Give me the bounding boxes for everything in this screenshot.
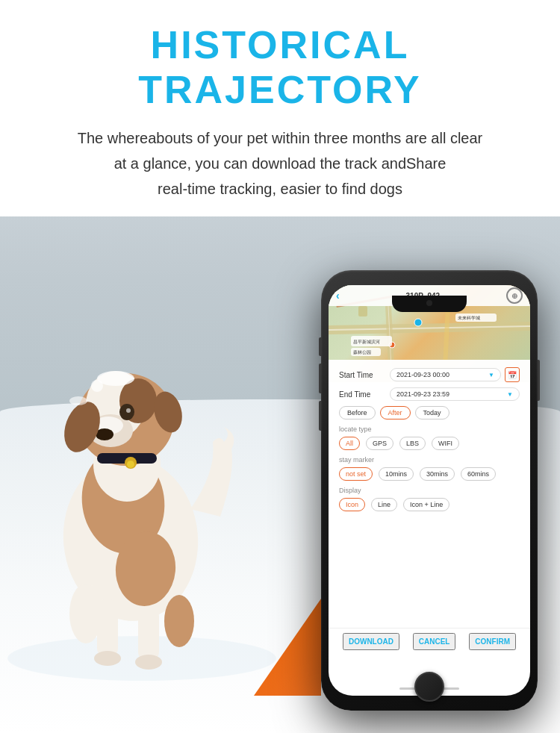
end-time-row: End Time 2021-09-23 23:59 ▼ [339, 387, 520, 401]
start-time-row: Start Time 2021-09-23 00:00 ▼ 📅 [339, 367, 520, 382]
background-scene: ‹ 310P_942 ⊕ [0, 127, 560, 733]
calendar-icon[interactable]: 📅 [505, 367, 520, 382]
start-time-input[interactable]: 2021-09-23 00:00 ▼ [390, 368, 501, 381]
phone-screen: ‹ 310P_942 ⊕ [329, 285, 530, 696]
locate-wifi-button[interactable]: WIFI [432, 437, 459, 450]
svg-point-33 [414, 319, 422, 326]
svg-point-19 [94, 651, 121, 666]
svg-point-23 [164, 595, 194, 647]
svg-point-21 [135, 655, 162, 670]
svg-point-12 [126, 408, 131, 413]
phone-device: ‹ 310P_942 ⊕ [321, 270, 538, 711]
start-time-label: Start Time [339, 371, 390, 379]
locate-gps-button[interactable]: GPS [366, 437, 393, 450]
svg-rect-41 [358, 306, 367, 316]
end-time-label: End Time [339, 390, 390, 399]
stay-10mins-button[interactable]: 10mins [379, 467, 414, 481]
svg-point-26 [69, 396, 87, 405]
page-title: HISTORICAL TRAJECTORY [30, 22, 530, 112]
cancel-button[interactable]: CANCEL [413, 633, 456, 650]
svg-point-22 [69, 584, 102, 643]
phone-outer-shell: ‹ 310P_942 ⊕ [321, 270, 538, 711]
svg-text:森林公园: 森林公园 [353, 350, 371, 355]
locate-type-label: locate type [339, 425, 520, 433]
stay-marker-group: not set 10mins 30mins 60mins [339, 467, 520, 481]
stay-30mins-button[interactable]: 30mins [420, 467, 455, 481]
svg-text:昌平新城滨河: 昌平新城滨河 [353, 339, 380, 344]
display-group: Icon Line Icon + Line [339, 498, 520, 511]
svg-point-27 [127, 461, 134, 468]
display-icon-line-button[interactable]: Icon + Line [403, 498, 449, 511]
download-button[interactable]: DOWNLOAD [343, 633, 399, 650]
panel-actions: DOWNLOAD CANCEL CONFIRM [329, 628, 530, 655]
end-time-input[interactable]: 2021-09-23 23:59 ▼ [390, 387, 520, 401]
before-button[interactable]: Before [339, 406, 376, 419]
stay-notset-button[interactable]: not set [339, 467, 373, 481]
locate-type-group: All GPS LBS WIFI [339, 437, 520, 450]
end-time-arrow: ▼ [507, 391, 513, 398]
dog-illustration [0, 255, 284, 688]
locate-lbs-button[interactable]: LBS [399, 437, 426, 450]
subtitle: The whereabouts of your pet within three… [30, 125, 530, 202]
time-buttons-group: Before After Today [339, 406, 520, 419]
phone-notch [392, 296, 467, 312]
stay-marker-label: stay marker [339, 456, 520, 464]
home-button[interactable] [414, 672, 444, 702]
subtitle-line1: The whereabouts of your pet within three… [78, 130, 483, 146]
end-time-value: 2021-09-23 23:59 [396, 390, 449, 398]
svg-point-24 [97, 371, 134, 386]
display-line-button[interactable]: Line [371, 498, 397, 511]
today-button[interactable]: Today [415, 406, 449, 419]
start-time-arrow: ▼ [488, 372, 494, 378]
after-button[interactable]: After [380, 406, 411, 419]
start-time-value: 2021-09-23 00:00 [396, 371, 449, 378]
svg-point-25 [91, 380, 103, 392]
header-section: HISTORICAL TRAJECTORY The whereabouts of… [0, 0, 560, 216]
locate-all-button[interactable]: All [339, 437, 360, 450]
subtitle-line3: real-time tracking, easier to find dogs [158, 181, 402, 197]
svg-text:未来科学城: 未来科学城 [458, 316, 480, 320]
confirm-button[interactable]: CONFIRM [469, 633, 516, 650]
display-icon-button[interactable]: Icon [339, 498, 365, 511]
filter-panel: Start Time 2021-09-23 00:00 ▼ 📅 End Time… [329, 360, 530, 655]
subtitle-line2: at a glance, you can download the track … [114, 155, 447, 172]
display-label: Display [339, 487, 520, 494]
stay-60mins-button[interactable]: 60mins [461, 467, 496, 481]
svg-rect-20 [138, 606, 159, 662]
